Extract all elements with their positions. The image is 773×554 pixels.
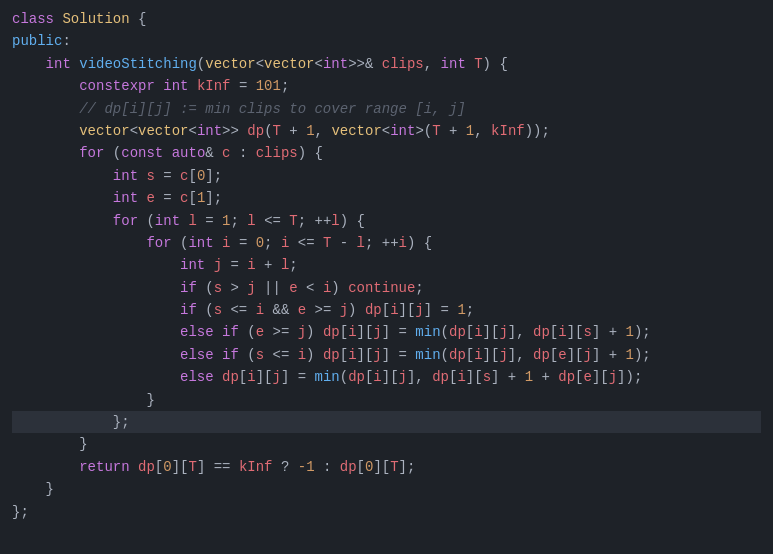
code-line-4: constexpr int kInf = 101; — [12, 75, 761, 97]
code-line-9: int e = c[1]; — [12, 187, 761, 209]
code-line-8: int s = c[0]; — [12, 165, 761, 187]
code-line-10: for (int l = 1; l <= T; ++l) { — [12, 210, 761, 232]
code-line-18: } — [12, 389, 761, 411]
code-line-2: public: — [12, 30, 761, 52]
code-editor: class Solution { public: int videoStitch… — [0, 0, 773, 554]
code-line-19: }; — [12, 411, 761, 433]
code-line-17: else dp[i][j] = min(dp[i][j], dp[i][s] +… — [12, 366, 761, 388]
code-line-5: // dp[i][j] := min clips to cover range … — [12, 98, 761, 120]
code-line-15: else if (e >= j) dp[i][j] = min(dp[i][j]… — [12, 321, 761, 343]
code-line-1: class Solution { — [12, 8, 761, 30]
code-line-7: for (const auto& c : clips) { — [12, 142, 761, 164]
code-line-11: for (int i = 0; i <= T - l; ++i) { — [12, 232, 761, 254]
code-line-20: } — [12, 433, 761, 455]
code-line-21: return dp[0][T] == kInf ? -1 : dp[0][T]; — [12, 456, 761, 478]
code-line-16: else if (s <= i) dp[i][j] = min(dp[i][j]… — [12, 344, 761, 366]
code-line-6: vector<vector<int>> dp(T + 1, vector<int… — [12, 120, 761, 142]
code-line-3: int videoStitching(vector<vector<int>>& … — [12, 53, 761, 75]
code-line-13: if (s > j || e < i) continue; — [12, 277, 761, 299]
code-line-12: int j = i + l; — [12, 254, 761, 276]
code-line-23: }; — [12, 501, 761, 523]
code-line-14: if (s <= i && e >= j) dp[i][j] = 1; — [12, 299, 761, 321]
code-line-22: } — [12, 478, 761, 500]
